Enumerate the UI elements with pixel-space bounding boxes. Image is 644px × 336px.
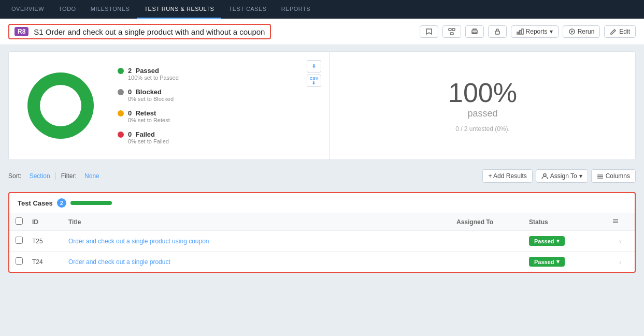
export-image-button[interactable]: ⬇ xyxy=(307,60,321,72)
retest-count-label: 0 Retest xyxy=(128,109,156,117)
svg-rect-2 xyxy=(450,33,453,35)
add-results-label: + Add Results xyxy=(488,172,526,180)
retest-dot xyxy=(118,110,124,116)
header-status: Status xyxy=(529,218,612,226)
nav-todo[interactable]: TODO xyxy=(51,0,83,19)
table-row: T24 Order and check out a single product… xyxy=(9,252,635,272)
save-button[interactable] xyxy=(420,25,438,38)
header-actions: Reports ▾ Rerun Edit xyxy=(420,25,636,38)
row1-id: T25 xyxy=(32,238,68,245)
share-button[interactable] xyxy=(442,25,461,38)
test-cases-section: Test Cases 2 ID Title Assigned To Status xyxy=(8,192,636,273)
play-icon xyxy=(568,28,576,35)
columns-button[interactable]: Columns xyxy=(591,169,636,183)
run-title-container: R8 S1 Order and check out a single produ… xyxy=(8,24,271,39)
rerun-button[interactable]: Rerun xyxy=(563,25,600,38)
chart-card: 2 Passed 100% set to Passed 0 Blocked 0%… xyxy=(9,52,330,159)
test-cases-header: Test Cases 2 xyxy=(9,193,635,213)
stats-legend: 2 Passed 100% set to Passed 0 Blocked 0%… xyxy=(118,67,179,144)
table-header-row: ID Title Assigned To Status xyxy=(9,213,635,231)
header-assigned-to: Assigned To xyxy=(456,218,529,226)
filter-value[interactable]: None xyxy=(84,172,99,180)
columns-icon xyxy=(597,173,604,180)
export-buttons: ⬇ CSV⬇ xyxy=(307,60,321,87)
passed-pct: 100% set to Passed xyxy=(128,75,179,81)
row1-checkbox-col xyxy=(16,237,32,245)
nav-milestones[interactable]: MILESTONES xyxy=(83,0,137,19)
row2-id: T24 xyxy=(32,258,68,266)
nav-overview[interactable]: OVERVIEW xyxy=(4,0,51,19)
svg-rect-6 xyxy=(517,32,519,34)
untested-text: 0 / 2 untested (0%). xyxy=(455,125,510,133)
sort-label: Sort: xyxy=(8,172,21,180)
save-icon xyxy=(425,28,433,35)
filter-sort: Sort: Section Filter: None xyxy=(8,172,99,180)
lock-icon xyxy=(494,28,501,35)
legend-blocked: 0 Blocked 0% set to Blocked xyxy=(118,88,179,102)
assign-to-button[interactable]: Assign To ▾ xyxy=(536,169,588,183)
header-checkbox-col xyxy=(16,217,32,226)
svg-rect-4 xyxy=(473,32,476,34)
row2-status: Passed ▾ xyxy=(529,257,612,267)
header-id: ID xyxy=(32,218,68,226)
person-icon xyxy=(541,173,548,180)
top-navigation: OVERVIEW TODO MILESTONES TEST RUNS & RES… xyxy=(0,0,644,19)
share-icon xyxy=(448,28,455,35)
row2-title: Order and check out a single product xyxy=(68,258,456,266)
row2-expand-button[interactable]: › xyxy=(612,258,628,266)
lock-button[interactable] xyxy=(488,25,507,38)
test-cases-count-badge: 2 xyxy=(57,198,66,208)
nav-test-runs[interactable]: TEST RUNS & RESULTS xyxy=(137,0,221,19)
legend-retest: 0 Retest 0% set to Retest xyxy=(118,109,179,123)
row1-expand-button[interactable]: › xyxy=(612,237,628,245)
nav-test-cases[interactable]: TEST CASES xyxy=(221,0,274,19)
select-all-checkbox[interactable] xyxy=(16,217,23,225)
table-row: T25 Order and check out a single product… xyxy=(9,231,635,252)
row2-checkbox-col xyxy=(16,257,32,266)
svg-marker-10 xyxy=(571,31,574,33)
row1-title-link[interactable]: Order and check out a single product usi… xyxy=(68,238,209,245)
row2-checkbox[interactable] xyxy=(16,257,23,265)
nav-reports[interactable]: REPORTS xyxy=(274,0,318,19)
page-header: R8 S1 Order and check out a single produ… xyxy=(0,19,644,45)
toolbar-divider xyxy=(55,172,56,180)
svg-point-12 xyxy=(40,85,81,126)
edit-button[interactable]: Edit xyxy=(604,25,636,38)
row1-status: Passed ▾ xyxy=(529,236,612,246)
big-percent: 100% xyxy=(448,79,517,106)
donut-chart xyxy=(19,64,102,147)
legend-failed: 0 Failed 0% set to Failed xyxy=(118,130,179,144)
stats-row: 2 Passed 100% set to Passed 0 Blocked 0%… xyxy=(8,51,636,160)
reports-button[interactable]: Reports ▾ xyxy=(511,25,559,38)
sort-value[interactable]: Section xyxy=(30,172,50,180)
run-title: S1 Order and check out a single product … xyxy=(34,27,265,36)
blocked-count-label: 0 Blocked xyxy=(128,88,162,96)
add-results-button[interactable]: + Add Results xyxy=(482,169,532,183)
retest-pct: 0% set to Retest xyxy=(128,117,170,123)
assign-chevron-icon: ▾ xyxy=(579,172,582,180)
edit-icon xyxy=(610,28,617,35)
run-badge: R8 xyxy=(15,27,28,36)
header-actions-col[interactable] xyxy=(612,217,628,226)
svg-rect-1 xyxy=(452,28,455,31)
status-chevron-icon: ▾ xyxy=(556,238,560,244)
blocked-dot xyxy=(118,89,124,95)
row2-status-badge[interactable]: Passed ▾ xyxy=(529,257,565,267)
row2-title-link[interactable]: Order and check out a single product xyxy=(68,258,170,266)
export-csv-button[interactable]: CSV⬇ xyxy=(307,75,321,87)
header-title: Title xyxy=(68,218,456,226)
big-passed-label: passed xyxy=(467,108,497,119)
test-cases-title: Test Cases xyxy=(18,199,53,207)
passed-count-label: 2 Passed xyxy=(128,67,159,75)
main-content: 2 Passed 100% set to Passed 0 Blocked 0%… xyxy=(0,45,644,279)
chevron-down-icon: ▾ xyxy=(550,28,553,35)
failed-pct: 0% set to Failed xyxy=(128,138,169,144)
svg-point-13 xyxy=(543,173,546,176)
row1-checkbox[interactable] xyxy=(16,237,23,244)
bar-chart-icon xyxy=(517,28,524,35)
toolbar-row: Sort: Section Filter: None + Add Results… xyxy=(8,166,636,186)
csv-label: CSV⬇ xyxy=(310,76,318,85)
print-button[interactable] xyxy=(465,25,484,38)
row1-status-badge[interactable]: Passed ▾ xyxy=(529,236,565,246)
legend-passed: 2 Passed 100% set to Passed xyxy=(118,67,179,81)
